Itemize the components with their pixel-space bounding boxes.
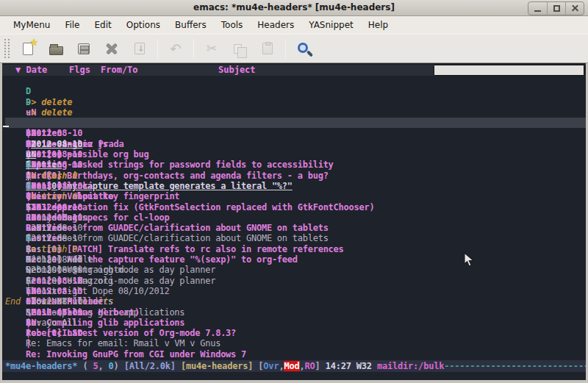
toolbar-separator [193,39,194,58]
message-row[interactable]: 2012-08-10 uN Florian Müllner \ Re: Comp… [5,254,586,265]
column-header-from-to[interactable]: From/To [101,65,138,76]
paste-icon [262,43,273,54]
minimize-icon [534,10,541,12]
close-x-icon [104,41,119,56]
header-line: ▼ Date Flgs From/To Subject [2,65,586,76]
menu-help[interactable]: Help [362,18,394,32]
message-row[interactable]: 2012-08-10 S Michael Welle \ Re: [O] Usi… [5,212,586,223]
message-row[interactable]: d -> trash 0 S webmaster@straightd... | … [5,223,586,233]
modeline-segment: , [300,361,305,371]
modeline-segment: [mu4e-headers] [181,361,253,371]
menu-mymenu[interactable]: MyMenu [7,18,56,32]
cut-toolbar-button: ✂ [198,37,226,60]
message-row[interactable]: D -> delete uaN Bastien | Re: [0] possib… [5,86,586,96]
modeline-segment: *mu4e-headers* [5,361,77,371]
modeline-segment: , [98,361,108,371]
minimize-button[interactable] [528,2,547,15]
emacs-frame: ▼ Date Flgs From/To Subject D -> delete … [0,63,588,383]
close-icon [566,2,584,15]
cut-icon: ✂ [206,42,217,55]
header-line-empty-area [434,65,584,76]
menu-yasnippet[interactable]: YASnippet [303,18,359,32]
modeline-segment: 14:27 W32 [326,361,377,371]
save-toolbar-button[interactable] [70,37,98,60]
message-row[interactable]: 2012-08-10 S Bastien + Re: [O] Using org… [5,202,586,212]
undo-toolbar-button: ↶ [162,37,190,60]
message-row[interactable]: 2012-08-10 S Lanoxx + Re: Compiling glib… [5,244,586,254]
new-file-icon [23,43,33,55]
tool-bar: ↶✂ [0,34,588,63]
message-list: D -> delete uN Andreas Röhler | Re: movi… [2,76,586,296]
flags-field: uN [26,318,47,328]
modeline-segment: ] [315,361,326,371]
copy-toolbar-button [226,37,254,60]
save-as-toolbar-button [126,37,154,60]
menu-file[interactable]: File [59,18,85,32]
thread-marker: | [26,338,36,348]
maximize-button[interactable] [547,2,565,15]
message-row[interactable]: 2012-08-09 uN robertcInSD | Re: Invoking… [5,286,586,296]
column-header-flags[interactable]: Flgs [69,65,90,76]
message-row[interactable]: 2012-08-10 uN Mario Sanchez Prada | Expo… [5,97,586,107]
message-row[interactable]: d -> trash 0 uN Thierry Volpiatto | Re: … [5,149,586,160]
toolbar-separator [285,39,286,58]
column-header-subject[interactable]: Subject [218,65,256,76]
open-folder-toolbar-button[interactable] [42,37,70,60]
menu-headers[interactable]: Headers [251,18,300,32]
modeline-segment [176,361,181,371]
search-toolbar-button[interactable] [290,37,318,60]
header-line-columns: ▼ Date Flgs From/To Subject [2,65,434,76]
message-row[interactable]: 2012-08-10 uaN Bastien | Re: [0] Add the… [5,191,586,201]
date-field: 2012-08-09 [26,307,89,318]
message-row[interactable]: 2012-08-10 uN Frans Oilinki | GTK3 depre… [5,139,586,149]
subject-field: Re: Emacs for email: Rmail v VM v Gnus [26,338,220,348]
message-row[interactable]: 2012-08-10 S Suvayu Ali | Re: Emacs for … [5,276,586,286]
close-button[interactable] [565,2,584,15]
subject-field: Re: Invoking GnuPG from CGI under Window… [26,349,246,359]
modeline-segment: RO [305,361,315,371]
menu-tools[interactable]: Tools [215,18,249,32]
new-file-toolbar-button[interactable] [14,37,42,60]
toolbar-grip-handle[interactable] [4,39,10,58]
modeline-segment: [ [253,361,263,371]
save-as-icon [135,43,145,54]
modeline-segment: [All/2.0k] [124,361,176,371]
message-row[interactable]: d -> trash 0 S Juanjo Marin - Re: Videos… [5,171,586,181]
save-icon [78,43,90,54]
message-row[interactable]: 2012-08-10 S Francesco Mazzoli | Slow NN… [5,233,586,243]
modeline-segment: 0 [109,361,114,371]
open-folder-icon [49,46,63,55]
modeline-segment: ( [77,361,93,371]
message-row[interactable]: D -> delete uN Andreas Röhler | Re: movi… [5,76,586,86]
modeline-segment: Ovr [263,361,279,371]
window-controls [528,1,584,15]
menu-bar: MyMenuFileEditOptionsBuffersToolsHeaders… [0,16,588,34]
menu-edit[interactable]: Edit [89,18,118,32]
menu-options[interactable]: Options [121,18,166,32]
message-row[interactable]: 2012-08-10 uN HardKor | Question about k… [5,128,586,138]
window-title: emacs: *mu4e-headers* [mu4e-headers] [0,2,588,12]
mu4e-headers-buffer: ▼ Date Flgs From/To Subject D -> delete … [2,65,586,382]
modeline-segment: maildir:/bulk [377,361,444,371]
message-row[interactable]: 2012-08-10 uN 'Mash (Thomas Herbert) | R… [5,265,586,275]
mode-line[interactable]: *mu4e-headers* ( 5, 0) [All/2.0k] [mu4e-… [2,360,586,372]
message-row[interactable]: 2012-08-10 uN Bastien | Re: [0] my captu… [5,118,586,128]
message-row[interactable]: 2012-08-10 uN Bastien | Re: [0] [PATCH] … [5,181,586,191]
undo-icon: ↶ [170,42,182,56]
title-bar[interactable]: emacs: *mu4e-headers* [mu4e-headers] [0,0,588,16]
message-row[interactable]: 2012-08-10 uN Xan Lopez - Re: Videos fro… [5,160,586,170]
close-x-toolbar-button[interactable] [98,37,126,60]
text-cursor [3,126,9,128]
column-header-date[interactable]: ▼ Date [15,65,47,76]
message-row[interactable]: 2012-08-10 uN Bastien | Re: [0] Birthday… [5,107,586,118]
echo-area[interactable] [2,372,586,382]
modeline-segment: -------------------------------------- [444,361,586,371]
search-icon [298,43,308,53]
modeline-segment: ) [114,361,124,371]
toolbar-separator [157,39,158,58]
from-field: robertcInSD [26,328,142,338]
copy-icon [234,44,242,54]
paste-toolbar-button [254,37,282,60]
emacs-window: emacs: *mu4e-headers* [mu4e-headers] MyM… [0,0,588,383]
menu-buffers[interactable]: Buffers [169,18,212,32]
